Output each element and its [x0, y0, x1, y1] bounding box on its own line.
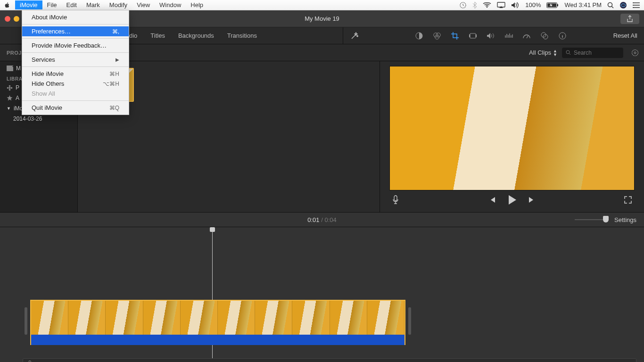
- timeline-timecode: 0:01 / 0:04: [307, 216, 336, 223]
- svg-point-18: [541, 33, 546, 37]
- menu-separator: [22, 38, 129, 39]
- menu-app[interactable]: iMovie: [15, 0, 42, 9]
- preview-viewer: [380, 61, 644, 212]
- menu-hide-others[interactable]: Hide Others⌥⌘H: [22, 79, 129, 89]
- battery-icon[interactable]: [546, 2, 559, 8]
- menu-feedback[interactable]: Provide iMovie Feedback…: [22, 41, 129, 50]
- transport-controls: [389, 190, 635, 209]
- svg-point-6: [608, 2, 612, 7]
- magic-wand-icon[interactable]: [350, 31, 359, 41]
- clip-trim-right[interactable]: [408, 307, 411, 335]
- menubar-status: 100% Wed 3:41 PM: [459, 1, 640, 9]
- menu-help[interactable]: Help: [186, 0, 208, 9]
- menu-modify[interactable]: Modify: [105, 0, 132, 9]
- clip-audio-track[interactable]: [31, 335, 405, 345]
- volume-icon[interactable]: [511, 2, 520, 8]
- menu-separator: [22, 100, 129, 101]
- timeline[interactable]: [0, 227, 644, 362]
- share-icon: [627, 15, 633, 23]
- reset-all-button[interactable]: Reset All: [613, 32, 637, 39]
- timeline-settings-button[interactable]: Settings: [614, 216, 636, 223]
- noise-reduce-icon[interactable]: [504, 32, 513, 40]
- share-button[interactable]: [620, 14, 639, 24]
- color-correction-icon[interactable]: [433, 32, 441, 40]
- apple-logo-icon[interactable]: [4, 2, 10, 8]
- menu-edit[interactable]: Edit: [62, 0, 82, 9]
- music-note-icon: [27, 360, 32, 362]
- svg-point-25: [9, 87, 11, 89]
- search-placeholder: Search: [574, 49, 592, 56]
- menu-services[interactable]: Services▶: [22, 55, 129, 65]
- minimize-button[interactable]: [14, 16, 19, 22]
- info-icon[interactable]: [558, 32, 567, 40]
- imovie-app-menu: About iMovie Preferences…⌘, Provide iMov…: [22, 10, 129, 115]
- adjust-toolbar: Reset All: [343, 27, 644, 44]
- svg-point-23: [634, 52, 636, 54]
- menu-hide[interactable]: Hide iMovie⌘H: [22, 69, 129, 79]
- clip-frames: [31, 301, 405, 335]
- speed-icon[interactable]: [522, 32, 531, 40]
- menu-separator: [22, 24, 129, 25]
- shortcut: ⌘,: [112, 28, 119, 35]
- menu-preferences[interactable]: Preferences…⌘,: [22, 26, 129, 36]
- stabilize-icon[interactable]: [469, 32, 477, 40]
- prev-button[interactable]: [488, 196, 496, 204]
- tab-transitions[interactable]: Transitions: [221, 27, 264, 44]
- menu-show-all: Show All: [22, 89, 129, 99]
- svg-point-29: [11, 87, 13, 89]
- tab-backgrounds[interactable]: Backgrounds: [172, 27, 221, 44]
- svg-point-22: [632, 49, 638, 56]
- menu-quit[interactable]: Quit iMovie⌘Q: [22, 103, 129, 113]
- timeline-clip[interactable]: [30, 300, 405, 345]
- timemachine-icon[interactable]: [459, 1, 467, 9]
- bluetooth-icon[interactable]: [472, 1, 477, 9]
- flower-icon: [7, 85, 13, 91]
- menu-view[interactable]: View: [132, 0, 155, 9]
- airplay-icon[interactable]: [497, 2, 505, 8]
- menu-separator: [22, 52, 129, 53]
- zoom-slider-thumb[interactable]: [603, 216, 609, 222]
- preview-canvas[interactable]: [389, 66, 635, 190]
- svg-point-1: [487, 6, 488, 8]
- svg-point-21: [566, 50, 570, 54]
- menu-mark[interactable]: Mark: [82, 0, 105, 9]
- battery-percent: 100%: [525, 1, 541, 8]
- crop-icon[interactable]: [451, 32, 459, 40]
- fullscreen-icon[interactable]: [624, 196, 632, 204]
- svg-rect-16: [469, 34, 470, 37]
- clock[interactable]: Wed 3:41 PM: [564, 1, 602, 8]
- star-icon: [7, 95, 13, 101]
- updown-icon: ▲▼: [553, 49, 557, 57]
- spotlight-icon[interactable]: [607, 2, 614, 8]
- gear-icon[interactable]: [631, 49, 639, 57]
- search-input[interactable]: Search: [562, 48, 623, 58]
- svg-rect-5: [557, 4, 558, 6]
- macos-menubar: iMovie File Edit Mark Modify View Window…: [0, 0, 644, 10]
- filters-icon[interactable]: [540, 32, 549, 40]
- clip-trim-left[interactable]: [25, 307, 27, 335]
- menu-window[interactable]: Window: [155, 0, 186, 9]
- shortcut: ⌥⌘H: [103, 81, 119, 87]
- svg-point-8: [633, 2, 634, 3]
- search-icon: [566, 50, 571, 55]
- sidebar-event[interactable]: 2014-03-26: [0, 114, 77, 124]
- clips-filter[interactable]: All Clips▲▼: [529, 49, 557, 57]
- svg-point-10: [633, 7, 634, 8]
- menu-file[interactable]: File: [42, 0, 62, 9]
- timeline-header: 0:01 / 0:04 Settings: [0, 212, 644, 227]
- next-button[interactable]: [528, 196, 536, 204]
- music-track[interactable]: [23, 358, 636, 362]
- volume-adjust-icon[interactable]: [487, 32, 495, 40]
- svg-rect-30: [394, 196, 397, 201]
- siri-icon[interactable]: [619, 1, 627, 9]
- disclosure-triangle-icon: ▼: [7, 106, 11, 111]
- notification-icon[interactable]: [633, 2, 640, 8]
- close-button[interactable]: [5, 16, 10, 22]
- tab-titles[interactable]: Titles: [144, 27, 172, 44]
- wifi-icon[interactable]: [483, 2, 491, 8]
- menu-about[interactable]: About iMovie: [22, 12, 129, 22]
- svg-rect-15: [470, 33, 476, 38]
- color-balance-icon[interactable]: [415, 32, 423, 40]
- microphone-icon[interactable]: [392, 195, 399, 205]
- play-button[interactable]: [507, 195, 517, 205]
